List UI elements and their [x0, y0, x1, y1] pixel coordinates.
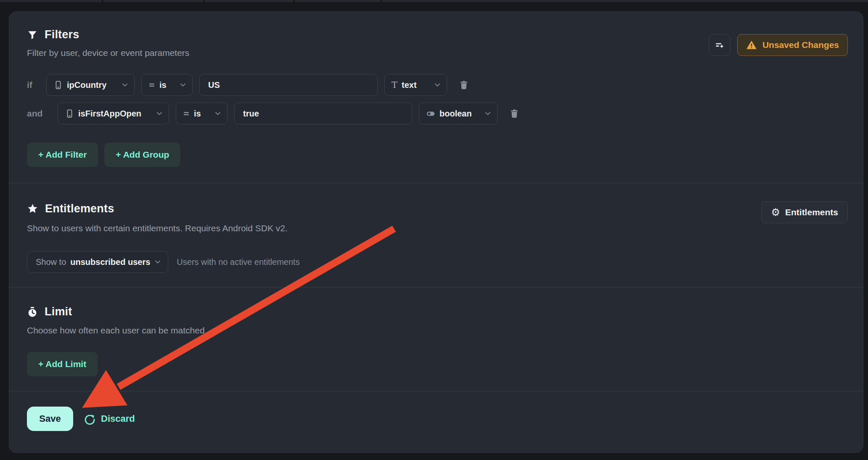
field-value: ipCountry	[67, 80, 106, 90]
field-dropdown[interactable]: ipCountry	[46, 74, 135, 96]
section-divider	[9, 287, 863, 288]
filters-title: Filters	[45, 28, 79, 41]
chevron-down-icon	[154, 259, 161, 265]
type-dropdown[interactable]: boolean	[419, 103, 498, 124]
filter-sparkle-icon	[714, 40, 725, 50]
device-phone-icon	[53, 80, 63, 90]
conjunction-label: and	[27, 108, 51, 119]
filter-value-input[interactable]	[234, 103, 412, 124]
operator-value: is	[159, 80, 167, 90]
equals-icon	[183, 110, 190, 117]
discard-label: Discard	[101, 413, 135, 424]
show-to-value: unsubscribed users	[70, 257, 150, 267]
settings-card: Filters Filter by user, device or event …	[9, 11, 863, 453]
chevron-down-icon	[434, 82, 441, 88]
limit-section-header: Limit	[27, 305, 845, 318]
equals-icon	[148, 82, 155, 88]
device-phone-icon	[65, 109, 74, 118]
chevron-down-icon	[156, 110, 163, 117]
type-value: text	[402, 80, 417, 90]
delete-filter-button[interactable]	[459, 80, 469, 90]
add-filter-button[interactable]: + Add Filter	[27, 143, 98, 167]
browser-tabs-strip	[0, 0, 868, 2]
star-icon	[27, 203, 38, 214]
filter-row: and isFirstAppOpen is boolean	[27, 103, 845, 124]
trash-icon	[509, 108, 519, 119]
entitlements-title: Entitlements	[45, 202, 114, 215]
limit-subtitle: Choose how often each user can be matche…	[27, 325, 845, 336]
footer-divider	[9, 391, 863, 391]
limit-title: Limit	[45, 305, 72, 318]
filter-row: if ipCountry is T text	[27, 74, 845, 96]
discard-button[interactable]: Discard	[84, 413, 135, 425]
operator-dropdown[interactable]: is	[176, 103, 228, 124]
refresh-icon	[84, 413, 95, 425]
conjunction-label: if	[27, 80, 40, 90]
field-value: isFirstAppOpen	[78, 109, 141, 119]
show-to-dropdown[interactable]: Show to unsubscribed users	[27, 251, 168, 273]
tab-separator	[294, 0, 295, 2]
operator-value: is	[194, 109, 201, 119]
chevron-down-icon	[122, 82, 128, 88]
chevron-down-icon	[484, 110, 491, 117]
show-to-label: Show to	[36, 257, 66, 267]
filter-sparkle-button[interactable]	[709, 34, 730, 56]
stopwatch-icon	[27, 307, 38, 317]
entitlements-settings-button[interactable]: ⚙ Entitlements	[761, 201, 848, 223]
entitlements-subtitle: Show to users with certain entitlements.…	[27, 223, 845, 233]
entitlements-section-header: Entitlements	[27, 202, 845, 215]
add-limit-button[interactable]: + Add Limit	[27, 352, 98, 376]
tab-separator	[381, 0, 382, 2]
unsaved-changes-badge: Unsaved Changes	[737, 34, 848, 56]
add-group-button[interactable]: + Add Group	[104, 143, 180, 167]
chevron-down-icon	[180, 82, 186, 88]
operator-dropdown[interactable]: is	[141, 74, 193, 96]
section-divider	[9, 183, 863, 183]
trash-icon	[459, 80, 469, 90]
filter-funnel-icon	[27, 29, 38, 40]
entitlements-button-label: Entitlements	[785, 207, 838, 217]
unsaved-changes-label: Unsaved Changes	[762, 40, 839, 50]
entitlements-helper-text: Users with no active entitlements	[177, 257, 299, 267]
type-dropdown[interactable]: T text	[384, 74, 447, 96]
filter-value-input[interactable]	[199, 74, 378, 96]
tab-separator	[203, 0, 204, 2]
delete-filter-button[interactable]	[509, 108, 519, 119]
boolean-type-icon	[426, 109, 435, 118]
save-button[interactable]: Save	[27, 407, 73, 431]
tab-separator	[102, 0, 103, 2]
warning-triangle-icon	[746, 40, 757, 50]
type-value: boolean	[439, 109, 472, 119]
field-dropdown[interactable]: isFirstAppOpen	[58, 103, 169, 124]
gear-icon: ⚙	[771, 207, 780, 217]
text-type-icon: T	[392, 81, 397, 90]
chevron-down-icon	[214, 110, 221, 117]
